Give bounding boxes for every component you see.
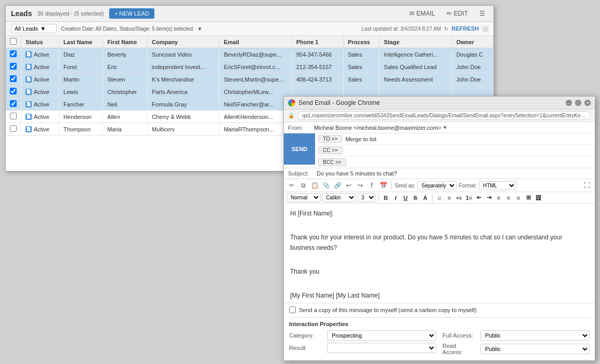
row-checkbox-cell[interactable] [6, 111, 21, 123]
last-updated-text: Last updated at: 3/4/2024 8:27 AM [362, 26, 441, 32]
row-checkbox[interactable] [10, 125, 17, 132]
cc-button[interactable]: CC >> [318, 146, 343, 154]
table-row[interactable]: 📄ActiveDiazBeverlySuncoast VideoBeverlyR… [6, 48, 493, 61]
col-phone[interactable]: Phone 1 [292, 36, 343, 48]
row-checkbox[interactable] [10, 75, 17, 82]
address-url[interactable]: qa1.maximizercrmlive.com/web65343SendEma… [297, 111, 591, 120]
justify-button[interactable]: ≡ [514, 194, 523, 202]
row-checkbox-cell[interactable] [6, 86, 21, 98]
edit-button[interactable]: ✏ EDIT [444, 9, 471, 18]
align-center-button[interactable]: ≡ [494, 194, 503, 202]
cut-icon[interactable]: ✂ [287, 181, 296, 190]
menu-button[interactable]: ☰ [476, 9, 488, 18]
link-icon[interactable]: 🔗 [333, 181, 342, 190]
row-checkbox-cell[interactable] [6, 123, 21, 136]
table-button[interactable]: ⊞ [524, 194, 532, 202]
col-email[interactable]: Email [219, 36, 292, 48]
align-right-button[interactable]: ≡ [504, 194, 513, 202]
from-row: From: Micheal Boone <micheal.boone@maxim… [284, 122, 595, 133]
row-checkbox[interactable] [10, 63, 17, 70]
format-toolbar: Normal Calibri 3 B I U S A ☺ ≡ •≡ 1≡ ⇤ ⇥… [284, 192, 595, 204]
full-access-select[interactable]: Public [480, 330, 590, 341]
emoji-button[interactable]: ☺ [435, 194, 444, 202]
number-list-button[interactable]: 1≡ [465, 194, 473, 202]
col-last-name[interactable]: Last Name [59, 36, 103, 48]
email-body[interactable]: Hi [First Name]: Thank you for your inte… [284, 204, 595, 303]
font-family-select[interactable]: Calibri [322, 193, 356, 202]
filter-right: Last updated at: 3/4/2024 8:27 AM ↻ REFR… [362, 25, 488, 32]
new-lead-button[interactable]: + NEW LEAD [109, 8, 154, 19]
italic-button[interactable]: I [392, 194, 400, 202]
bullet-list-button[interactable]: •≡ [455, 194, 463, 202]
row-checkbox[interactable] [10, 100, 17, 107]
bcc-button[interactable]: BCC >> [318, 158, 346, 166]
copy-checkbox-row: Send a copy of this message to myself (s… [289, 306, 590, 313]
undo-icon[interactable]: ↩ [344, 181, 354, 190]
email-window: Send Email - Google Chrome — □ ✕ 🔒 qa1.m… [283, 96, 595, 361]
copy-checkbox[interactable] [289, 306, 296, 313]
outdent-button[interactable]: ⇤ [475, 194, 483, 202]
format-select[interactable]: HTML Plain Text [479, 181, 516, 190]
bold-button[interactable]: B [382, 194, 390, 202]
image-button[interactable]: 🖼 [534, 194, 542, 202]
creation-filter-arrow[interactable]: ▼ [197, 26, 202, 32]
font-style-select[interactable]: Normal [287, 193, 321, 202]
calendar-icon[interactable]: 📅 [379, 181, 388, 190]
strikethrough-button[interactable]: S [411, 194, 420, 202]
email-button[interactable]: ✉ EMAIL [406, 9, 438, 18]
attach-icon[interactable]: 📎 [321, 181, 331, 190]
fullscreen-icon[interactable]: ⛶ [582, 181, 592, 190]
row-checkbox-cell[interactable] [6, 61, 21, 73]
to-cc-bcc-fields: TO >> Merge to list CC >> BCC >> [315, 133, 595, 168]
close-button[interactable]: ✕ [584, 100, 591, 106]
row-checkbox[interactable] [10, 50, 17, 57]
status-icon: 📄 [25, 51, 32, 58]
indent-button[interactable]: ⇥ [485, 194, 493, 202]
col-process[interactable]: Process [343, 36, 379, 48]
maximize-button[interactable]: □ [575, 100, 581, 106]
body-paragraph: Hi [First Name]: [290, 209, 589, 219]
copy-icon[interactable]: ⧉ [298, 181, 308, 190]
stage-cell: Intelligence Gatheri... [380, 48, 452, 61]
bold-icon[interactable]: ! [367, 181, 376, 190]
row-checkbox[interactable] [10, 88, 17, 95]
col-stage[interactable]: Stage [380, 36, 452, 48]
result-select[interactable] [327, 343, 436, 353]
col-owner[interactable]: Owner [452, 36, 493, 48]
send-button[interactable]: SEND [284, 133, 315, 165]
category-select[interactable]: Prospecting [327, 330, 436, 341]
email-title-left: Send Email - Google Chrome [288, 99, 380, 106]
row-checkbox-cell[interactable] [6, 48, 21, 61]
minimize-button[interactable]: — [566, 100, 572, 106]
send-as-select[interactable]: Separately Together [417, 181, 456, 190]
col-company[interactable]: Company [148, 36, 219, 48]
underline-button[interactable]: U [401, 194, 410, 202]
email-cell: MariaRThompson... [219, 123, 292, 136]
leads-count: 36 displayed · (5 selected) [37, 10, 103, 17]
email-toolbar: ✂ ⧉ 📋 📎 🔗 ↩ ↪ ! 📅 Send as: Separately To… [284, 179, 595, 192]
table-row[interactable]: 📄ActiveForetEricindependent Invest...Eri… [6, 61, 493, 73]
align-left-button[interactable]: ≡ [445, 194, 453, 202]
font-size-select[interactable]: 3 [358, 193, 376, 202]
to-button[interactable]: TO >> [318, 135, 342, 143]
lock-icon: 🔒 [288, 113, 294, 118]
row-checkbox[interactable] [10, 113, 17, 119]
row-checkbox-cell[interactable] [6, 73, 21, 86]
select-all-checkbox[interactable] [10, 38, 17, 45]
redo-icon[interactable]: ↪ [356, 181, 365, 190]
refresh-button[interactable]: REFRESH [451, 25, 479, 32]
col-status[interactable]: Status [21, 36, 59, 48]
row-checkbox-cell[interactable] [6, 98, 21, 111]
col-checkbox[interactable] [6, 36, 21, 48]
read-access-select[interactable]: Public [480, 344, 590, 354]
table-row[interactable]: 📄ActiveMartinStevenK's MerchandiseSteven… [6, 73, 493, 86]
all-leads-dropdown[interactable]: All Leads ▼ [11, 24, 57, 33]
fmt-separator-1 [379, 194, 379, 202]
col-first-name[interactable]: First Name [103, 36, 148, 48]
email-cell: StevenLMartin@supe... [219, 73, 292, 86]
font-color-button[interactable]: A [421, 194, 429, 202]
export-icon[interactable]: ⬜ [482, 26, 488, 32]
from-dropdown-arrow[interactable]: ▾ [444, 124, 447, 131]
phone-cell: 212-354-5157 [292, 61, 343, 73]
paste-icon[interactable]: 📋 [310, 181, 319, 190]
